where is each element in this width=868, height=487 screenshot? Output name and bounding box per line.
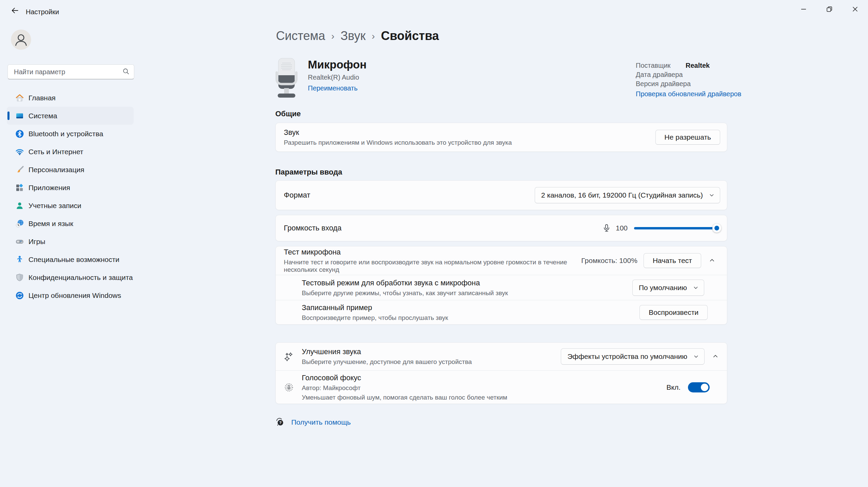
device-name: Микрофон (308, 58, 367, 71)
minimize-button[interactable] (791, 0, 816, 19)
sidebar-item-network[interactable]: Сеть и Интернет (7, 143, 134, 161)
close-button[interactable] (842, 0, 868, 19)
sidebar-item-label: Приложения (28, 184, 70, 192)
disallow-button[interactable]: Не разрешать (655, 130, 720, 145)
account-avatar[interactable] (11, 29, 31, 50)
format-texts: Формат (284, 191, 535, 200)
test-mode-texts: Тестовый режим для обработки звука с мик… (302, 279, 632, 297)
sidebar-item-system[interactable]: Система (7, 107, 134, 125)
breadcrumb-system[interactable]: Система (276, 29, 325, 43)
test-mode-dropdown-value: По умолчанию (639, 284, 687, 292)
device-texts: Микрофон Realtek(R) Audio Переименовать (308, 58, 367, 99)
voice-focus-title: Голосовой фокус (302, 373, 666, 382)
sidebar-item-privacy[interactable]: Конфиденциальность и защита (7, 268, 134, 286)
voice-focus-toggle-group: Вкл. (666, 382, 710, 392)
sidebar-item-bluetooth[interactable]: Bluetooth и устройства (7, 125, 134, 143)
sidebar-item-label: Время и язык (28, 220, 73, 228)
start-test-button-label: Начать тест (653, 257, 692, 265)
accounts-icon (15, 201, 24, 210)
test-mode-dropdown[interactable]: По умолчанию (632, 280, 704, 296)
audio-enhancements-card: Улучшения звука Выберите улучшение, дост… (275, 342, 727, 404)
personalization-icon (15, 165, 24, 175)
driver-vendor-row: Поставщик Realtek (636, 61, 741, 70)
sidebar-item-gaming[interactable]: Игры (7, 232, 134, 250)
voice-focus-texts: Голосовой фокус Автор: Майкрософт Уменьш… (302, 373, 666, 401)
test-volume-readout: Громкость: 100% (581, 257, 637, 265)
sidebar-item-time-language[interactable]: Время и язык (7, 215, 134, 232)
chevron-up-icon (708, 257, 716, 265)
audio-enhancements-row: Улучшения звука Выберите улучшение, дост… (276, 343, 727, 370)
search-box (7, 64, 134, 79)
input-volume-card: Громкость входа 100 (275, 215, 727, 241)
driver-info: Поставщик Realtek Дата драйвера Версия д… (636, 61, 741, 98)
main-content: Система › Звук › Свойства Микрофон Realt (275, 21, 727, 427)
voice-focus-description: Уменьшает фоновый шум, помогая сделать в… (302, 394, 666, 401)
input-volume-slider[interactable] (634, 224, 720, 232)
window-controls (791, 0, 868, 19)
chevron-up-icon (712, 352, 719, 361)
breadcrumb: Система › Звук › Свойства (276, 28, 727, 44)
format-title: Формат (284, 191, 535, 200)
recorded-sample-row: Записанный пример Воспроизведите пример,… (276, 300, 727, 324)
network-icon (15, 147, 24, 157)
apps-icon (15, 183, 24, 192)
restore-button[interactable] (816, 0, 842, 19)
search-input[interactable] (13, 68, 122, 76)
sidebar-item-accounts[interactable]: Учетные записи (7, 197, 134, 215)
format-dropdown[interactable]: 2 каналов, 16 бит, 192000 Гц (Студийная … (535, 187, 720, 203)
breadcrumb-sound[interactable]: Звук (340, 29, 366, 43)
breadcrumb-separator-icon: › (372, 31, 375, 42)
audio-enhancements-title: Улучшения звука (302, 347, 561, 356)
restore-icon (825, 5, 833, 14)
window-title: Настройки (26, 8, 59, 16)
get-help-icon: ? (275, 418, 284, 427)
voice-focus-toggle[interactable] (688, 382, 710, 392)
enhancements-collapse-button[interactable] (707, 349, 724, 364)
disallow-button-label: Не разрешать (665, 133, 711, 141)
sound-permission-card: Звук Разрешить приложениям и Windows исп… (275, 123, 727, 152)
audio-enhancements-dropdown[interactable]: Эффекты устройства по умолчанию (561, 348, 705, 365)
device-header: Микрофон Realtek(R) Audio Переименовать … (275, 58, 727, 99)
input-volume-value: 100 (616, 224, 629, 232)
sparkles-icon (284, 351, 294, 362)
privacy-icon (15, 273, 24, 282)
settings-sidebar: Главная Система Bluetooth и устройства С… (0, 21, 139, 487)
sidebar-item-apps[interactable]: Приложения (7, 179, 134, 197)
back-arrow-icon (11, 6, 19, 16)
driver-date-row: Дата драйвера (636, 70, 741, 79)
home-icon (15, 93, 24, 103)
sidebar-item-home[interactable]: Главная (7, 89, 134, 107)
check-driver-updates-link[interactable]: Проверка обновлений драйверов (636, 90, 741, 98)
sidebar-item-personalization[interactable]: Персонализация (7, 161, 134, 179)
sidebar-item-windows-update[interactable]: Центр обновления Windows (7, 286, 134, 304)
page-title: Свойства (381, 29, 439, 43)
rename-link[interactable]: Переименовать (308, 84, 367, 92)
person-icon (11, 45, 31, 50)
sidebar-item-accessibility[interactable]: Специальные возможности (7, 250, 134, 268)
test-section-collapse-button[interactable] (704, 253, 720, 268)
start-test-button[interactable]: Начать тест (644, 253, 701, 268)
audio-enhancements-texts: Улучшения звука Выберите улучшение, дост… (302, 347, 561, 366)
sidebar-item-label: Bluetooth и устройства (28, 130, 103, 138)
sound-row-title: Звук (284, 128, 655, 137)
device-manufacturer: Realtek(R) Audio (308, 74, 367, 81)
microphone-test-title: Тест микрофона (284, 248, 581, 257)
sidebar-item-label: Специальные возможности (28, 256, 119, 264)
voice-focus-state-label: Вкл. (666, 383, 680, 391)
system-icon (15, 111, 24, 121)
recorded-sample-texts: Записанный пример Воспроизведите пример,… (302, 303, 639, 322)
back-button[interactable] (5, 4, 24, 18)
microphone-image (275, 58, 298, 99)
play-sample-button-label: Воспроизвести (649, 308, 698, 317)
gaming-icon (15, 237, 24, 246)
sidebar-nav: Главная Система Bluetooth и устройства С… (7, 89, 134, 304)
sidebar-item-label: Персонализация (28, 166, 84, 174)
microphone-test-description: Начните тест и говорите или воспроизводи… (284, 259, 581, 273)
sidebar-item-label: Игры (28, 238, 45, 246)
microphone-icon (602, 224, 611, 232)
play-sample-button[interactable]: Воспроизвести (639, 305, 708, 320)
sidebar-item-label: Конфиденциальность и защита (28, 273, 133, 282)
section-header-input: Параметры ввода (275, 167, 727, 177)
get-help-link[interactable]: Получить помощь (291, 418, 351, 426)
slider-thumb[interactable] (712, 224, 721, 232)
